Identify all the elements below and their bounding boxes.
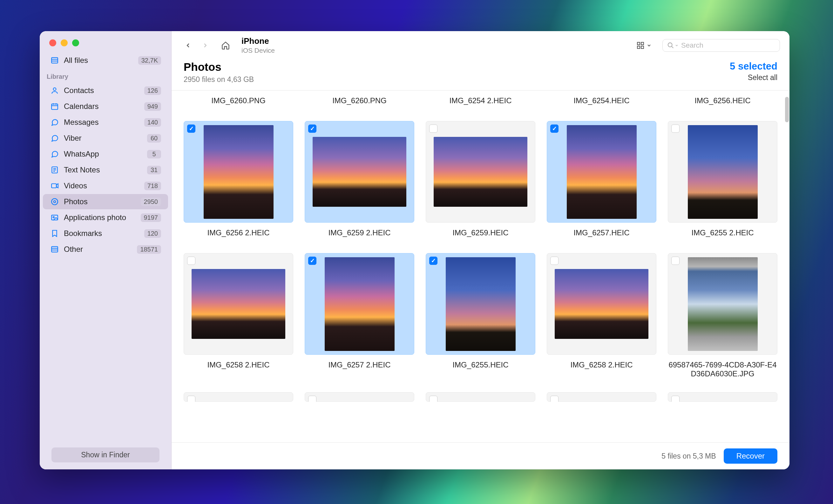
- show-in-finder-button[interactable]: Show in Finder: [51, 448, 160, 462]
- sidebar-item-bookmarks[interactable]: Bookmarks120: [43, 226, 168, 241]
- photo-grid[interactable]: IMG_6260.PNGIMG_6260.PNGIMG_6254 2.HEICI…: [171, 91, 789, 442]
- photo-checkbox[interactable]: [187, 124, 195, 133]
- breadcrumb: iPhone iOS Device: [241, 36, 275, 54]
- photo-card[interactable]: [547, 392, 657, 402]
- photo-card[interactable]: [305, 121, 414, 223]
- photo-checkbox[interactable]: [187, 396, 195, 402]
- calendars-icon: [50, 102, 60, 111]
- sidebar-item-label: Videos: [64, 181, 144, 190]
- photo-card[interactable]: [305, 253, 414, 355]
- photo-card[interactable]: [184, 253, 293, 355]
- photo-checkbox[interactable]: [429, 257, 437, 265]
- sidebar-item-calendars[interactable]: Calendars949: [43, 99, 168, 114]
- recover-button[interactable]: Recover: [724, 449, 778, 464]
- photo-filename[interactable]: IMG_6257 2.HEIC: [305, 359, 414, 380]
- photo-thumbnail: [204, 125, 273, 219]
- nav-back-button[interactable]: [181, 39, 195, 52]
- photo-checkbox[interactable]: [308, 257, 316, 265]
- sidebar-item-label: Text Notes: [64, 165, 147, 174]
- nav-forward-button[interactable]: [198, 39, 212, 52]
- sidebar-item-textnotes[interactable]: Text Notes31: [43, 162, 168, 177]
- sidebar-item-badge: 31: [147, 166, 161, 174]
- sidebar-item-allfiles[interactable]: All files 32,7K: [43, 53, 168, 68]
- photo-card[interactable]: [184, 392, 293, 402]
- sidebar-item-photos[interactable]: Photos2950: [43, 194, 168, 209]
- photo-checkbox[interactable]: [308, 396, 316, 402]
- photo-card[interactable]: [668, 253, 778, 355]
- sidebar-item-appsphoto[interactable]: Applications photo9197: [43, 210, 168, 225]
- photo-checkbox[interactable]: [550, 396, 558, 402]
- photo-filename[interactable]: IMG_6255 2.HEIC: [668, 227, 778, 239]
- photo-checkbox[interactable]: [308, 124, 316, 133]
- photo-checkbox[interactable]: [671, 124, 680, 133]
- sidebar-item-messages[interactable]: Messages140: [43, 115, 168, 130]
- scrollbar-thumb[interactable]: [785, 97, 789, 122]
- textnotes-icon: [50, 165, 60, 175]
- close-button[interactable]: [49, 39, 56, 46]
- sidebar-item-badge: 949: [144, 102, 161, 111]
- sidebar-item-whatsapp[interactable]: WhatsApp5: [43, 146, 168, 162]
- photos-icon: [50, 197, 60, 207]
- photo-card[interactable]: [426, 392, 535, 402]
- photo-card[interactable]: [668, 121, 778, 223]
- search-input[interactable]: [681, 41, 775, 50]
- sidebar-item-label: All files: [64, 56, 138, 65]
- photo-filename[interactable]: IMG_6260.PNG: [184, 95, 293, 106]
- minimize-button[interactable]: [61, 39, 68, 46]
- footer-info: 5 files on 5,3 MB: [662, 452, 716, 460]
- svg-point-14: [54, 201, 56, 203]
- photo-filename[interactable]: IMG_6254 2.HEIC: [426, 95, 535, 106]
- photo-filename[interactable]: IMG_6257.HEIC: [547, 227, 657, 239]
- photo-checkbox[interactable]: [550, 257, 558, 265]
- photo-checkbox[interactable]: [187, 257, 195, 265]
- photo-thumbnail: [325, 257, 395, 351]
- svg-rect-18: [51, 246, 58, 252]
- photo-card[interactable]: [547, 121, 657, 223]
- photo-filename[interactable]: IMG_6260.PNG: [305, 95, 414, 106]
- photo-filename[interactable]: IMG_6256 2.HEIC: [184, 227, 293, 239]
- photo-card[interactable]: [305, 392, 414, 402]
- photo-filename[interactable]: IMG_6258 2.HEIC: [184, 359, 293, 380]
- main-panel: iPhone iOS Device Photos 2950 files on 4…: [171, 31, 789, 470]
- select-all-button[interactable]: Select all: [730, 73, 778, 82]
- photo-checkbox[interactable]: [671, 257, 680, 265]
- photo-checkbox[interactable]: [429, 396, 437, 402]
- whatsapp-icon: [50, 149, 60, 159]
- photo-filename[interactable]: 69587465-7699-4CD8-A30F-E4D36DA6030E.JPG: [668, 359, 778, 380]
- content-header: Photos 2950 files on 4,63 GB 5 selected …: [171, 57, 789, 91]
- photo-filename[interactable]: IMG_6256.HEIC: [668, 95, 778, 106]
- photo-filename[interactable]: IMG_6259.HEIC: [426, 227, 535, 239]
- photo-filename[interactable]: IMG_6255.HEIC: [426, 359, 535, 380]
- photo-filename[interactable]: IMG_6254.HEIC: [547, 95, 657, 106]
- photo-checkbox[interactable]: [429, 124, 437, 133]
- photo-thumbnail: [688, 257, 758, 351]
- sidebar-section-label: Library: [40, 69, 171, 82]
- videos-icon: [50, 181, 60, 191]
- home-button[interactable]: [219, 39, 233, 52]
- photo-card[interactable]: [426, 253, 535, 355]
- photo-checkbox[interactable]: [550, 124, 558, 133]
- appsphoto-icon: [50, 213, 60, 222]
- view-mode-switch[interactable]: [633, 39, 655, 51]
- photo-filename[interactable]: IMG_6259 2.HEIC: [305, 227, 414, 239]
- photo-card[interactable]: [668, 392, 778, 402]
- svg-rect-22: [641, 42, 644, 45]
- sidebar-item-other[interactable]: Other18571: [43, 242, 168, 257]
- photo-card[interactable]: [184, 121, 293, 223]
- sidebar-item-contacts[interactable]: Contacts126: [43, 83, 168, 98]
- sidebar-item-videos[interactable]: Videos718: [43, 178, 168, 193]
- photo-card[interactable]: [547, 253, 657, 355]
- photo-thumbnail: [434, 137, 527, 207]
- photo-card[interactable]: [426, 121, 535, 223]
- page-subtitle: 2950 files on 4,63 GB: [184, 75, 254, 84]
- maximize-button[interactable]: [72, 39, 79, 46]
- sidebar-item-viber[interactable]: Viber60: [43, 130, 168, 146]
- sidebar-item-label: Contacts: [64, 86, 144, 95]
- photo-checkbox[interactable]: [671, 396, 680, 402]
- page-title: Photos: [184, 61, 254, 73]
- sidebar-item-badge: 5: [147, 150, 161, 159]
- sidebar-item-badge: 140: [144, 118, 161, 127]
- chevron-down-icon: [646, 43, 651, 48]
- search-field[interactable]: [662, 39, 780, 52]
- photo-filename[interactable]: IMG_6258 2.HEIC: [547, 359, 657, 380]
